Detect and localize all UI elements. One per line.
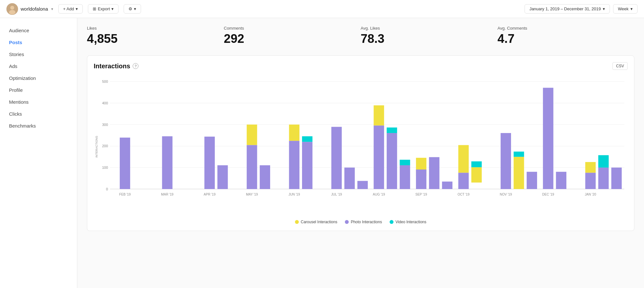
date-range-button[interactable]: January 1, 2019 – December 31, 2019 ▾ [525, 4, 610, 14]
stats-row: Likes 4,855 Comments 292 Avg. Likes 78.3… [87, 26, 634, 46]
bar-aug-carousel [374, 105, 384, 126]
bar-dec-photo [543, 88, 553, 189]
bar-jun-photo [289, 141, 299, 189]
sidebar-item-clicks[interactable]: Clicks [0, 108, 77, 120]
comments-label: Comments [224, 26, 361, 31]
sidebar-item-posts[interactable]: Posts [0, 36, 77, 48]
svg-text:400: 400 [102, 101, 108, 105]
svg-text:FEB '19: FEB '19 [119, 193, 131, 196]
chart-title: Interactions ? [94, 62, 138, 70]
svg-text:OCT '19: OCT '19 [458, 193, 469, 196]
bar-oct-carousel [458, 145, 469, 173]
avatar [6, 3, 18, 15]
bar-nov2-carousel [514, 157, 524, 189]
bar-sep2-photo [429, 157, 439, 189]
date-range-chevron-icon: ▾ [603, 6, 605, 11]
bar-jun2-photo [302, 142, 312, 189]
bar-jun2-video [302, 136, 312, 142]
bar-apr-photo [204, 137, 215, 189]
avg-comments-value: 4.7 [497, 32, 634, 46]
sidebar-item-optimization[interactable]: Optimization [0, 72, 77, 84]
stat-avg-comments: Avg. Comments 4.7 [497, 26, 634, 46]
topbar-right: January 1, 2019 – December 31, 2019 ▾ We… [525, 4, 638, 14]
add-chevron-icon: ▾ [76, 6, 78, 11]
add-button[interactable]: + Add ▾ [58, 4, 83, 14]
sidebar-item-stories[interactable]: Stories [0, 48, 77, 60]
period-button[interactable]: Week ▾ [613, 4, 638, 14]
svg-text:APR '19: APR '19 [204, 193, 216, 196]
bar-jan-photo [585, 173, 596, 189]
svg-text:JUN '19: JUN '19 [289, 193, 300, 196]
sidebar-item-ads[interactable]: Ads [0, 60, 77, 72]
svg-text:0: 0 [106, 187, 108, 191]
sidebar-item-mentions[interactable]: Mentions [0, 96, 77, 108]
bar-aug-photo [374, 126, 384, 189]
topbar-left: worldofalona ▾ + Add ▾ ⊞ Export ▾ ⚙ ▾ [6, 3, 525, 15]
chart-header: Interactions ? CSV [94, 62, 628, 70]
content: Likes 4,855 Comments 292 Avg. Likes 78.3… [77, 18, 644, 288]
bar-dec2-photo [556, 172, 566, 189]
bar-may-carousel [247, 125, 257, 145]
bar-sep-photo [416, 169, 426, 189]
settings-chevron-icon: ▾ [134, 6, 136, 11]
bar-oct2-carousel [471, 167, 482, 183]
csv-button[interactable]: CSV [612, 62, 628, 70]
bar-jul-photo [331, 127, 342, 189]
svg-text:DEC '19: DEC '19 [542, 193, 554, 196]
video-label: Video Interactions [395, 220, 426, 224]
main-layout: Audience Posts Stories Ads Optimization … [0, 18, 644, 288]
bar-nov2-video [514, 152, 524, 157]
comments-value: 292 [224, 32, 361, 46]
avg-likes-value: 78.3 [361, 32, 497, 46]
export-button[interactable]: ⊞ Export ▾ [88, 4, 119, 14]
sidebar-item-benchmarks[interactable]: Benchmarks [0, 120, 77, 132]
sidebar-item-audience[interactable]: Audience [0, 24, 77, 36]
period-chevron-icon: ▾ [630, 6, 633, 11]
svg-text:JUL '19: JUL '19 [331, 193, 342, 196]
bar-may-photo [247, 145, 257, 189]
sidebar-item-profile[interactable]: Profile [0, 84, 77, 96]
bar-jan2-photo [598, 168, 609, 189]
account-name: worldofalona [21, 6, 48, 12]
svg-text:500: 500 [102, 80, 108, 83]
account-chevron-icon[interactable]: ▾ [51, 7, 53, 11]
carousel-label: Carousel Interactions [301, 220, 337, 224]
avg-comments-label: Avg. Comments [497, 26, 634, 31]
bar-jan3-photo [611, 168, 621, 189]
export-label: Export [98, 6, 110, 11]
bar-nov3-photo [527, 172, 537, 189]
svg-text:200: 200 [102, 144, 108, 148]
bar-jan-carousel [585, 162, 596, 173]
bar-jul2-photo [344, 168, 355, 189]
svg-text:300: 300 [102, 123, 108, 127]
settings-icon: ⚙ [128, 6, 132, 11]
chart-legend: Carousel Interactions Photo Interactions… [94, 220, 628, 224]
chart-section: Interactions ? CSV INTERACTIONS 500 400 [87, 55, 634, 231]
svg-text:JAN '20: JAN '20 [585, 193, 596, 196]
stat-likes: Likes 4,855 [87, 26, 224, 46]
interactions-chart: INTERACTIONS 500 400 300 200 [94, 75, 628, 215]
settings-button[interactable]: ⚙ ▾ [124, 4, 141, 14]
photo-label: Photo Interactions [351, 220, 382, 224]
bar-jan2-video [598, 155, 609, 168]
chart-wrapper: INTERACTIONS 500 400 300 200 [94, 75, 628, 216]
likes-value: 4,855 [87, 32, 224, 46]
bar-feb-photo [120, 138, 130, 189]
bar-jul3-photo [357, 181, 368, 189]
svg-text:NOV '19: NOV '19 [500, 193, 512, 196]
stat-avg-likes: Avg. Likes 78.3 [361, 26, 497, 46]
export-stack-icon: ⊞ [93, 6, 96, 11]
bar-jun-carousel [289, 125, 299, 141]
photo-dot [345, 220, 349, 224]
period-label: Week [618, 6, 629, 11]
legend-carousel: Carousel Interactions [295, 220, 337, 224]
svg-text:MAY '19: MAY '19 [246, 193, 258, 196]
video-dot [390, 220, 393, 224]
bar-nov-photo [501, 133, 511, 189]
bar-aug3-video [400, 160, 410, 165]
help-icon[interactable]: ? [133, 63, 138, 69]
stat-comments: Comments 292 [224, 26, 361, 46]
bar-aug2-photo [387, 133, 397, 189]
legend-video: Video Interactions [390, 220, 426, 224]
date-range-label: January 1, 2019 – December 31, 2019 [529, 6, 601, 11]
